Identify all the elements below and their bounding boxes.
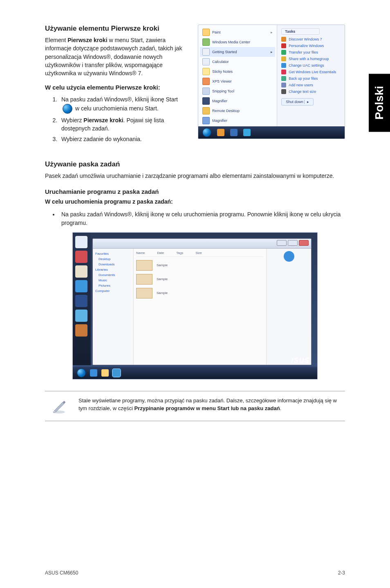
sticky-icon xyxy=(202,68,210,75)
section2-subheading: Uruchamianie programu z paska zadań xyxy=(45,188,345,195)
tip-c: . xyxy=(280,405,282,411)
taskbar-small xyxy=(198,126,345,139)
footer-model: ASUS CM6650 xyxy=(45,570,78,576)
left-dock xyxy=(73,233,91,365)
task-dot-icon xyxy=(281,37,286,42)
mag2-icon xyxy=(202,117,210,124)
task-item: Change text size xyxy=(281,88,341,95)
dock-icon-5 xyxy=(75,295,87,307)
run-header: W celu uruchomienia programu z paska zad… xyxy=(45,197,345,206)
task-label: Personalize Windows xyxy=(289,44,324,48)
task-dot-icon xyxy=(281,56,286,61)
tip-b: Przypinanie programów w menu Start lub n… xyxy=(134,405,280,411)
step-1: Na pasku zadań Windows®, kliknij ikonę S… xyxy=(59,94,191,114)
section1-intro: Element Pierwsze kroki w menu Start, zaw… xyxy=(45,36,191,77)
min-button xyxy=(277,240,287,246)
bottom-taskbar xyxy=(73,367,317,379)
start-menu-left: Paint▸ Windows Media Center Getting Star… xyxy=(198,25,277,139)
task-label: Change UAC settings xyxy=(289,63,324,67)
menu-item-paint: Paint xyxy=(212,30,221,34)
dock-icon-2 xyxy=(75,251,87,263)
task-label: Transfer your files xyxy=(289,50,318,54)
gettingstarted-icon xyxy=(202,48,210,56)
task-dot-icon xyxy=(281,76,286,81)
paint-icon xyxy=(202,29,210,36)
task-dot-icon xyxy=(281,83,286,88)
tip-box: Stale wyświetlane programy, można przypi… xyxy=(45,391,345,421)
mag-icon xyxy=(202,97,210,105)
shutdown-button: Shut down ▸ xyxy=(281,98,314,105)
tray-wmp-icon xyxy=(243,129,251,136)
task-item: Discover Windows 7 xyxy=(281,36,341,43)
nav-pane: Favorites Desktop Downloads Libraries Do… xyxy=(93,249,134,365)
taskbar-active-icon xyxy=(113,369,120,377)
menu-item-rdp: Remote Desktop xyxy=(212,109,240,113)
dock-icon-6 xyxy=(75,310,87,322)
menu-item-allprograms: All Programs xyxy=(207,139,228,139)
task-label: Discover Windows 7 xyxy=(289,37,322,41)
tray-explorer-icon xyxy=(230,129,238,136)
page-footer: ASUS CM6650 2-3 xyxy=(45,570,345,576)
section1-heading: Używanie elementu Pierwsze kroki xyxy=(45,25,191,33)
taskbar-explorer-icon xyxy=(101,369,109,377)
rdp-icon xyxy=(202,107,210,114)
snip-icon xyxy=(202,88,210,95)
task-dot-icon xyxy=(281,70,286,74)
step2-text-a: Wybierz xyxy=(61,117,83,123)
tasks-panel: Tasks Discover Windows 7Personalize Wind… xyxy=(277,25,345,139)
taskbar-ie-icon xyxy=(90,369,97,377)
run-list: Na pasku zadań Windows®, kliknij ikonę w… xyxy=(45,209,345,228)
start-orb-icon xyxy=(202,128,211,137)
page-content: Używanie elementu Pierwsze kroki Element… xyxy=(0,0,390,421)
task-item: Back up your files xyxy=(281,75,341,82)
task-dot-icon xyxy=(281,89,286,94)
step-3: Wybierz zadanie do wykonania. xyxy=(59,134,191,144)
section1-subheading: W celu użycia elementu Pierwsze kroki: xyxy=(45,84,191,91)
menu-item-mag2: Magnifier xyxy=(212,119,227,123)
taskbar-program-screenshot: Favorites Desktop Downloads Libraries Do… xyxy=(72,232,318,379)
step1-text-b: w celu uruchomienia menu Start. xyxy=(74,105,159,111)
menu-item-mag: Magnifier xyxy=(212,99,227,103)
task-dot-icon xyxy=(281,43,286,48)
task-label: Get Windows Live Essentials xyxy=(289,70,336,74)
language-tab: Polski xyxy=(369,74,390,132)
menu-item-xps: XPS Viewer xyxy=(212,79,232,83)
task-item: Add new users xyxy=(281,82,341,88)
play-icon xyxy=(284,251,294,262)
menu-item-wmc: Windows Media Center xyxy=(212,40,250,44)
task-label: Share with a homegroup xyxy=(289,57,329,61)
tray-ie-icon xyxy=(217,129,224,136)
task-item: Get Windows Live Essentials xyxy=(281,69,341,75)
step2-text-b: Pierwsze kroki xyxy=(83,117,123,123)
dock-icon-3 xyxy=(75,265,87,278)
close-button xyxy=(299,240,309,246)
task-item: Change UAC settings xyxy=(281,62,341,69)
footer-page: 2-3 xyxy=(338,570,345,576)
tip-text: Stale wyświetlane programy, można przypi… xyxy=(78,397,340,413)
task-label: Add new users xyxy=(289,83,313,87)
start-orb-icon xyxy=(77,368,86,377)
intro-text-b: Pierwsze kroki xyxy=(67,37,107,43)
task-item: Personalize Windows xyxy=(281,43,341,49)
explorer-window: Favorites Desktop Downloads Libraries Do… xyxy=(92,238,312,365)
run-item: Na pasku zadań Windows®, kliknij ikonę w… xyxy=(59,209,345,228)
window-titlebar xyxy=(93,239,311,249)
dock-icon-1 xyxy=(75,236,87,248)
task-dot-icon xyxy=(281,63,286,68)
menu-item-calc: Calculator xyxy=(212,60,229,64)
window-body: Favorites Desktop Downloads Libraries Do… xyxy=(93,249,311,365)
xps-icon xyxy=(202,78,210,85)
file-list: NameDateTagsSize Sample Sample Sample xyxy=(134,249,266,365)
calc-icon xyxy=(202,58,210,65)
section2-heading: Używanie paska zadań xyxy=(45,160,345,168)
preview-pane xyxy=(266,249,311,365)
section1-steps: Na pasku zadań Windows®, kliknij ikonę S… xyxy=(45,94,191,144)
step-2: Wybierz Pierwsze kroki. Pojawi się lista… xyxy=(59,115,191,134)
tasks-title: Tasks xyxy=(281,28,320,35)
intro-text-a: Element xyxy=(45,37,67,43)
task-label: Back up your files xyxy=(289,76,318,81)
task-item: Share with a homegroup xyxy=(281,56,341,62)
task-dot-icon xyxy=(281,50,286,55)
max-button xyxy=(288,240,298,246)
menu-item-gettingstarted: Getting Started xyxy=(212,50,237,54)
